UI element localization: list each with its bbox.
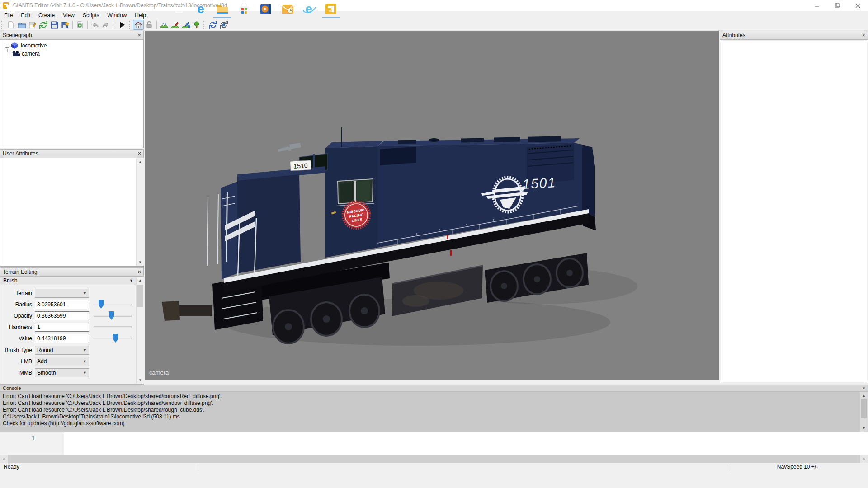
menu-view[interactable]: View xyxy=(59,11,79,19)
edit-notes-button[interactable] xyxy=(27,20,38,30)
terrain-field-row: MMB Smooth▼ xyxy=(0,368,89,378)
user-attributes-scrollbar[interactable]: ▲ ▼ xyxy=(136,158,144,266)
add-object-button[interactable] xyxy=(75,20,85,30)
save-button[interactable] xyxy=(49,20,60,30)
hardness-input[interactable] xyxy=(35,323,89,332)
lmb-select[interactable]: Add▼ xyxy=(35,357,89,366)
terrain-paint-button[interactable] xyxy=(170,20,180,30)
scenegraph-header: Scenegraph × xyxy=(0,31,144,40)
console-close-icon[interactable]: × xyxy=(862,386,865,390)
scenegraph-close-icon[interactable]: × xyxy=(137,33,141,38)
radius-slider[interactable] xyxy=(94,300,132,310)
field-label: LMB xyxy=(0,358,35,365)
node-label: camera xyxy=(22,51,40,57)
scenegraph-item-camera[interactable]: camera xyxy=(1,50,142,58)
horizontal-scrollbar[interactable]: ‹ › xyxy=(0,455,868,463)
lock-button[interactable] xyxy=(144,20,155,30)
terrain-editing-header: Terrain Editing × xyxy=(0,267,144,277)
undo-button[interactable] xyxy=(90,20,100,30)
menu-window[interactable]: Window xyxy=(104,11,131,19)
radius-input[interactable] xyxy=(35,300,89,309)
scroll-down-icon[interactable]: ▼ xyxy=(860,424,868,432)
user-attributes-body: ▲ ▼ xyxy=(0,158,144,267)
expand-icon[interactable] xyxy=(5,44,9,48)
opacity-input[interactable] xyxy=(35,311,89,320)
terrain-field-row: Opacity xyxy=(0,311,132,321)
console-scrollbar[interactable]: ▲ ▼ xyxy=(860,392,868,432)
console-body: Error: Can't load resource 'C:/Users/Jac… xyxy=(0,392,868,432)
status-bar: Ready NavSpeed 10 +/- xyxy=(0,463,868,470)
console-title: Console xyxy=(3,385,21,391)
script-editor[interactable]: 1 xyxy=(0,432,868,455)
task-view-button[interactable] xyxy=(168,0,190,18)
terrain-editing-close-icon[interactable]: × xyxy=(137,270,141,274)
scenegraph-item-locomotive[interactable]: locomotive xyxy=(1,42,142,50)
scroll-down-icon[interactable]: ▼ xyxy=(137,376,144,384)
frame-home-button[interactable] xyxy=(133,20,144,30)
menu-scripts[interactable]: Scripts xyxy=(79,11,104,19)
reload-assets-button[interactable] xyxy=(208,20,218,30)
collapse-section-icon[interactable]: ▼ xyxy=(129,278,133,283)
field-label: Opacity xyxy=(0,313,35,319)
user-attributes-close-icon[interactable]: × xyxy=(137,151,141,156)
taskbar-app-internet-explorer[interactable]: e xyxy=(298,0,320,18)
save-as-button[interactable] xyxy=(60,20,71,30)
value-slider[interactable] xyxy=(94,333,132,343)
scroll-right-icon[interactable]: › xyxy=(860,455,868,463)
console-line: Error: Can't load resource 'C:/Users/Jac… xyxy=(3,400,865,407)
play-button[interactable] xyxy=(117,20,127,30)
scroll-left-icon[interactable]: ‹ xyxy=(0,455,8,463)
open-folder-button[interactable] xyxy=(16,20,27,30)
viewport-3d-view[interactable]: 1510 MISSOURI PACIFIC LINES 1501 xyxy=(145,31,719,380)
terrain-sculpt-button[interactable] xyxy=(159,20,170,30)
terrain-field-row: Value xyxy=(0,333,132,343)
menu-help[interactable]: Help xyxy=(131,11,150,19)
reload-button[interactable] xyxy=(38,20,49,30)
terrain-field-row: LMB Add▼ xyxy=(0,357,89,366)
close-button[interactable] xyxy=(848,0,868,11)
foliage-paint-button[interactable] xyxy=(191,20,202,30)
terrain-field-row: Radius xyxy=(0,300,132,310)
start-button[interactable] xyxy=(0,0,22,18)
mmb-select[interactable]: Smooth▼ xyxy=(35,368,89,377)
terrain-field-row: Brush Type Round▼ xyxy=(0,345,89,355)
console-line: Check for updates (http://gdn.giants-sof… xyxy=(3,420,865,427)
taskbar-app-store[interactable] xyxy=(233,0,255,18)
toolbar-grip[interactable] xyxy=(1,21,4,29)
publish-button[interactable] xyxy=(218,20,229,30)
viewport-camera-label: camera xyxy=(149,369,169,376)
taskbar-app-giants-editor[interactable] xyxy=(320,0,342,18)
console-line: C:\Users\Jack L Brown\Desktop\Trains\tra… xyxy=(3,413,865,420)
loco-side-number: 1501 xyxy=(522,175,557,192)
scroll-up-icon[interactable]: ▲ xyxy=(860,392,868,399)
menu-bar: File Edit Create View Scripts Window Hel… xyxy=(0,11,868,19)
scroll-down-icon[interactable]: ▼ xyxy=(137,258,144,266)
field-label: Value xyxy=(0,335,35,342)
redo-button[interactable] xyxy=(100,20,111,30)
field-label: Terrain xyxy=(0,290,35,296)
terrain-select[interactable]: ▼ xyxy=(35,289,89,298)
taskbar-app-media-player[interactable] xyxy=(255,0,277,18)
hardness-slider[interactable] xyxy=(94,322,132,332)
scroll-up-icon[interactable]: ▲ xyxy=(137,158,144,165)
brush-type-select[interactable]: Round▼ xyxy=(35,346,89,355)
minimize-button[interactable] xyxy=(807,0,827,11)
maximize-button[interactable] xyxy=(827,0,848,11)
scroll-up-icon[interactable]: ▲ xyxy=(137,277,144,284)
brush-section-bar[interactable]: Brush ▼ xyxy=(0,277,136,285)
taskbar-app-edge[interactable]: e xyxy=(190,0,212,18)
taskbar-app-mail[interactable] xyxy=(277,0,298,18)
terrain-editing-title: Terrain Editing xyxy=(3,269,38,275)
opacity-slider[interactable] xyxy=(94,311,132,321)
taskbar-app-file-explorer[interactable] xyxy=(212,0,233,18)
value-input[interactable] xyxy=(35,334,89,343)
terrain-detail-button[interactable]: i xyxy=(180,20,191,30)
field-label: Brush Type xyxy=(0,347,35,353)
terrain-editing-scrollbar[interactable]: ▲ ▼ xyxy=(136,277,144,384)
camera-icon xyxy=(12,51,20,57)
menu-create[interactable]: Create xyxy=(34,11,59,19)
scenegraph-title: Scenegraph xyxy=(3,32,32,38)
console-header: Console × xyxy=(0,385,868,392)
attributes-close-icon[interactable]: × xyxy=(862,33,865,38)
new-file-button[interactable] xyxy=(5,20,16,30)
